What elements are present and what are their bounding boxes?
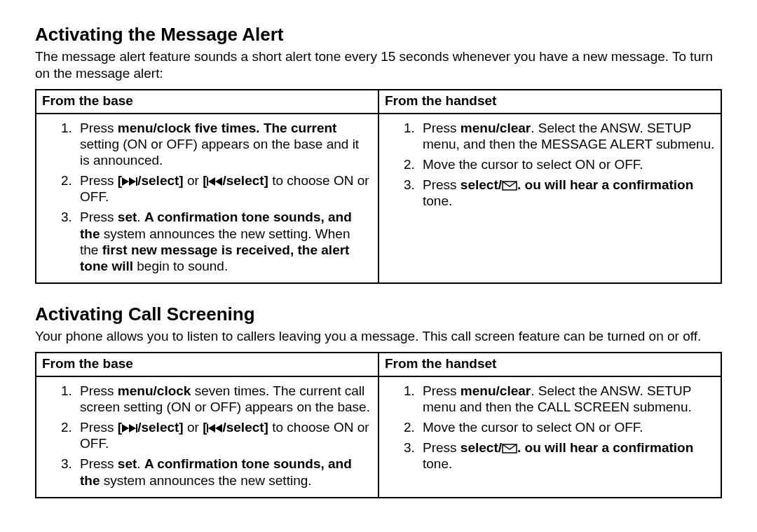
svg-marker-1	[129, 177, 136, 186]
document-page: Activating the Message Alert The message…	[0, 0, 757, 532]
section-heading: Activating Call Screening	[35, 303, 722, 325]
table-body-row: Press menu/clock seven times. The curren…	[36, 376, 721, 498]
col-header-base: From the base	[36, 353, 378, 376]
rewind-icon	[207, 177, 222, 186]
cell-handset: Press menu/clear. Select the ANSW. SETUP…	[378, 376, 721, 498]
steps-list: Press menu/clear. Select the ANSW. SETUP…	[385, 120, 715, 210]
instruction-table: From the base From the handset Press men…	[35, 89, 722, 285]
svg-marker-0	[122, 177, 129, 186]
table-body-row: Press menu/clock five times. The current…	[36, 114, 721, 284]
section-heading: Activating the Message Alert	[35, 24, 722, 46]
steps-list: Press menu/clear. Select the ANSW. SETUP…	[385, 383, 715, 472]
svg-rect-3	[207, 177, 208, 186]
fast-forward-icon	[122, 177, 137, 186]
cell-base: Press menu/clock seven times. The curren…	[36, 376, 378, 498]
svg-marker-12	[215, 424, 222, 432]
list-item: Move the cursor to select ON or OFF.	[418, 419, 715, 435]
col-header-handset: From the handset	[378, 353, 721, 376]
svg-marker-4	[208, 177, 215, 186]
steps-list: Press menu/clock five times. The current…	[42, 120, 372, 275]
list-item: Press select/. ou will hear a confirmati…	[418, 177, 715, 209]
table-header-row: From the base From the handset	[36, 90, 721, 114]
svg-marker-7	[122, 424, 129, 432]
mail-icon	[502, 444, 517, 453]
list-item: Move the cursor to select ON or OFF.	[418, 156, 715, 172]
steps-list: Press menu/clock seven times. The curren…	[42, 383, 372, 489]
list-item: Press menu/clock five times. The current…	[76, 120, 372, 169]
list-item: Press [/select] or [/select] to choose O…	[76, 419, 372, 451]
col-header-handset: From the handset	[378, 90, 721, 114]
svg-marker-11	[208, 424, 215, 432]
section-intro: The message alert feature sounds a short…	[35, 48, 722, 82]
cell-handset: Press menu/clear. Select the ANSW. SETUP…	[378, 114, 721, 284]
list-item: Press menu/clear. Select the ANSW. SETUP…	[418, 383, 715, 415]
list-item: Press select/. ou will hear a confirmati…	[418, 439, 715, 472]
list-item: Press menu/clear. Select the ANSW. SETUP…	[418, 120, 715, 152]
instruction-table: From the base From the handset Press men…	[35, 352, 722, 498]
svg-marker-8	[129, 424, 136, 432]
list-item: Press [/select] or [/select] to choose O…	[76, 172, 372, 205]
rewind-icon	[207, 423, 222, 433]
list-item: Press set. A confirmation tone sounds, a…	[76, 209, 372, 274]
svg-rect-10	[207, 424, 208, 432]
section-intro: Your phone allows you to listen to calle…	[35, 328, 722, 345]
mail-icon	[502, 181, 517, 191]
list-item: Press set. A confirmation tone sounds, a…	[76, 456, 372, 488]
svg-marker-5	[215, 177, 222, 186]
cell-base: Press menu/clock five times. The current…	[36, 114, 378, 284]
fast-forward-icon	[122, 423, 137, 433]
table-header-row: From the base From the handset	[36, 353, 721, 376]
list-item: Press menu/clock seven times. The curren…	[76, 383, 372, 415]
col-header-base: From the base	[36, 90, 378, 114]
